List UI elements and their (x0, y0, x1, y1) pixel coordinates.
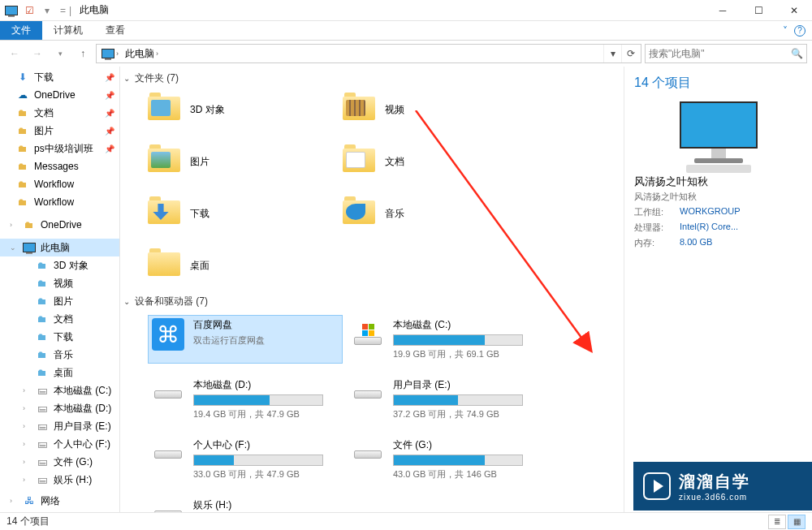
drive-icon: 🖴 (36, 384, 49, 397)
tab-view[interactable]: 查看 (94, 21, 136, 40)
drive-e[interactable]: 用户目录 (E:) 37.2 GB 可用，共 74.9 GB (348, 375, 542, 424)
drive-icon: 🖴 (36, 473, 49, 486)
refresh-button[interactable]: ⟳ (621, 45, 639, 62)
sidebar-item-messages[interactable]: 🖿Messages (0, 157, 119, 175)
computer-illustration (674, 101, 763, 166)
back-button[interactable]: ← (5, 44, 24, 63)
folder-pictures[interactable]: 图片 (148, 142, 343, 181)
group-header-folders-label: 文件夹 (7) (135, 71, 179, 85)
hdd-icon (354, 390, 382, 399)
chevron-down-icon[interactable]: ⌄ (10, 243, 18, 252)
folder-music[interactable]: 音乐 (343, 194, 538, 233)
sidebar-item-downloads-pc[interactable]: 🖿下载 (0, 328, 119, 346)
maximize-button[interactable]: ☐ (741, 0, 776, 21)
chevron-right-icon[interactable]: › (10, 221, 18, 229)
chevron-right-icon[interactable]: › (23, 458, 31, 466)
folder-icon: 🖿 (36, 366, 49, 379)
pc-icon (23, 241, 36, 254)
sidebar-item-documents-pc[interactable]: 🖿文档 (0, 310, 119, 328)
sidebar-item-thispc[interactable]: ⌄此电脑 (0, 239, 119, 256)
folder-icon: 🖿 (36, 312, 49, 325)
sidebar-item-pictures[interactable]: 🖿图片📌 (0, 122, 119, 140)
pin-icon: 📌 (105, 91, 114, 100)
play-icon (643, 472, 671, 500)
address-dropdown-button[interactable]: ▾ (603, 45, 621, 62)
app-icon (5, 4, 18, 17)
help-icon[interactable]: ? (794, 25, 806, 37)
sidebar-item-music[interactable]: 🖿音乐 (0, 346, 119, 364)
folder-videos[interactable]: 视频 (343, 90, 538, 129)
forward-button[interactable]: → (28, 44, 47, 63)
folder-icon: 🖿 (16, 160, 29, 173)
sidebar-item-videos[interactable]: 🖿视频 (0, 274, 119, 292)
sidebar-item-pictures-pc[interactable]: 🖿图片 (0, 292, 119, 310)
sidebar-item-3dobjects[interactable]: 🖿3D 对象 (0, 256, 119, 274)
search-icon[interactable]: 🔍 (791, 48, 803, 59)
drive-h[interactable]: 娱乐 (H:) 56.7 GB 可用，共 144 GB (148, 495, 343, 512)
minimize-button[interactable]: ─ (705, 0, 741, 21)
drive-d[interactable]: 本地磁盘 (D:) 19.4 GB 可用，共 47.9 GB (148, 375, 343, 424)
tab-computer[interactable]: 计算机 (42, 21, 94, 40)
sidebar-item-drive-d[interactable]: ›🖴本地磁盘 (D:) (0, 399, 119, 417)
onedrive-icon: 🖿 (23, 218, 36, 231)
qat-separator: = (60, 5, 66, 16)
sidebar-item-network[interactable]: ›🖧网络 (0, 492, 119, 510)
sidebar-item-onedrive-quick[interactable]: ☁OneDrive📌 (0, 86, 119, 104)
drive-icon: 🖴 (36, 402, 49, 415)
hdd-icon (354, 337, 382, 345)
sidebar-item-downloads[interactable]: ⬇下载📌 (0, 68, 119, 86)
watermark-title: 溜溜自学 (679, 471, 750, 493)
folder-3dobjects[interactable]: 3D 对象 (148, 90, 343, 129)
chevron-right-icon[interactable]: › (23, 476, 31, 484)
search-input[interactable] (649, 48, 791, 59)
close-button[interactable]: ✕ (776, 0, 812, 21)
chevron-right-icon[interactable]: › (23, 404, 31, 412)
view-details-button[interactable]: ≣ (768, 515, 786, 529)
hdd-icon (154, 450, 182, 459)
details-title: 14 个项目 (634, 75, 802, 92)
qat-new-folder-icon[interactable]: ▾ (41, 4, 54, 17)
group-header-drives[interactable]: ⌄ 设备和驱动器 (7) (120, 293, 624, 313)
breadcrumb-root-icon[interactable]: › (98, 49, 122, 58)
drive-baidupan[interactable]: ⌘ 百度网盘 双击运行百度网盘 (148, 315, 343, 364)
folder-documents[interactable]: 文档 (343, 142, 538, 181)
address-bar[interactable]: › 此电脑 › ▾ ⟳ (96, 44, 641, 63)
sidebar-item-drive-h[interactable]: ›🖴娱乐 (H:) (0, 471, 119, 489)
sidebar-item-ps-training[interactable]: 🖿ps中级培训班📌 (0, 140, 119, 157)
ribbon-expand-icon[interactable]: ˅ (783, 25, 788, 37)
sidebar-item-onedrive[interactable]: ›🖿OneDrive (0, 216, 119, 234)
chevron-right-icon[interactable]: › (23, 422, 31, 430)
drive-c[interactable]: 本地磁盘 (C:) 19.9 GB 可用，共 69.1 GB (348, 315, 542, 364)
recent-locations-button[interactable]: ▾ (50, 44, 70, 63)
baidu-icon: ⌘ (152, 318, 184, 351)
sidebar-item-drive-f[interactable]: ›🖴个人中心 (F:) (0, 435, 119, 453)
folder-downloads[interactable]: 下载 (148, 194, 343, 233)
up-button[interactable]: ↑ (73, 44, 93, 63)
chevron-right-icon[interactable]: › (23, 386, 31, 394)
folder-desktop[interactable]: 桌面 (148, 246, 343, 285)
ribbon: 文件 计算机 查看 ˅ ? (0, 21, 812, 41)
folder-icon: 🖿 (36, 295, 49, 308)
breadcrumb-thispc[interactable]: 此电脑 › (122, 47, 162, 61)
navigation-pane: ⬇下载📌 ☁OneDrive📌 🖿文档📌 🖿图片📌 🖿ps中级培训班📌 🖿Mes… (0, 67, 120, 512)
folder-icon: 🖿 (16, 196, 29, 209)
tab-file[interactable]: 文件 (0, 21, 42, 40)
sidebar-item-drive-g[interactable]: ›🖴文件 (G:) (0, 453, 119, 471)
sidebar-item-documents[interactable]: 🖿文档📌 (0, 104, 119, 122)
pin-icon: 📌 (105, 109, 114, 118)
sidebar-item-workflow-1[interactable]: 🖿Workflow (0, 175, 119, 193)
group-header-folders[interactable]: ⌄ 文件夹 (7) (120, 70, 624, 90)
sidebar-item-drive-c[interactable]: ›🖴本地磁盘 (C:) (0, 381, 119, 399)
search-box[interactable]: 🔍 (645, 44, 807, 63)
sidebar-item-drive-e[interactable]: ›🖴用户目录 (E:) (0, 417, 119, 435)
sidebar-item-desktop[interactable]: 🖿桌面 (0, 364, 119, 381)
chevron-right-icon[interactable]: › (10, 497, 18, 505)
drive-g[interactable]: 文件 (G:) 43.0 GB 可用，共 146 GB (348, 435, 542, 484)
folder-icon: 🖿 (16, 106, 29, 119)
qat-properties-icon[interactable]: ☑ (23, 4, 36, 17)
view-tiles-button[interactable]: ▦ (788, 515, 806, 529)
sidebar-item-workflow-2[interactable]: 🖿Workflow (0, 193, 119, 211)
window-title: 此电脑 (80, 3, 109, 17)
chevron-right-icon[interactable]: › (23, 440, 31, 448)
drive-f[interactable]: 个人中心 (F:) 33.0 GB 可用，共 47.9 GB (148, 435, 343, 484)
